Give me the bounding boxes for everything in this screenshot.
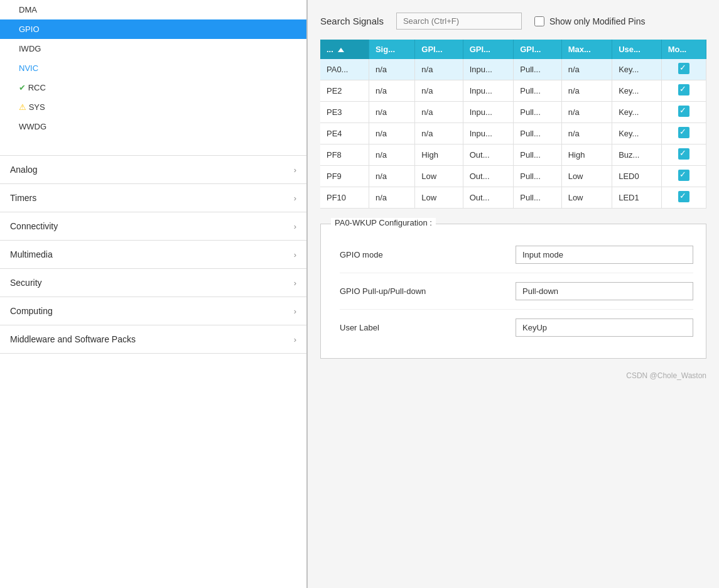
config-row-gpio-mode: GPIO modeInput mode <box>340 237 693 273</box>
chevron-right-icon: › <box>294 335 296 344</box>
chevron-right-icon: › <box>294 165 296 175</box>
sidebar-item-sys[interactable]: ⚠ SYS <box>0 97 306 117</box>
sidebar-section-analog[interactable]: Analog › <box>0 155 306 183</box>
signals-table: ... Sig... GPI... GPI... GPI... Max... U… <box>320 40 706 209</box>
search-input[interactable] <box>396 13 522 30</box>
checked-icon <box>678 84 689 95</box>
sidebar-item-dma[interactable]: DMA <box>0 0 306 19</box>
sidebar-section-computing[interactable]: Computing › <box>0 297 306 325</box>
config-legend: PA0-WKUP Configuration : <box>331 218 436 227</box>
table-header-max[interactable]: Max... <box>561 40 612 59</box>
chevron-right-icon: › <box>294 307 296 316</box>
table-header-gpi3[interactable]: GPI... <box>514 40 561 59</box>
chevron-right-icon: › <box>294 250 296 259</box>
sort-arrow-icon <box>338 48 344 52</box>
sidebar-item-wwdg[interactable]: WWDG <box>0 117 306 136</box>
table-row[interactable]: PF8n/aHighOut...Pull...HighBuz... <box>320 144 706 166</box>
config-value-gpio-pull[interactable]: Pull-down <box>516 282 693 300</box>
config-value-user-label[interactable]: KeyUp <box>516 318 693 337</box>
table-row[interactable]: PE3n/an/aInpu...Pull...n/aKey... <box>320 102 706 123</box>
sidebar-item-nvic[interactable]: NVIC <box>0 58 306 78</box>
sidebar-item-gpio[interactable]: GPIO <box>0 19 306 39</box>
sidebar-item-rcc[interactable]: ✔ RCC <box>0 78 306 97</box>
sidebar-item-iwdg[interactable]: IWDG <box>0 39 306 58</box>
table-header-gpi2[interactable]: GPI... <box>463 40 514 59</box>
chevron-right-icon: › <box>294 193 296 203</box>
sidebar-section-security[interactable]: Security › <box>0 268 306 297</box>
table-row[interactable]: PF9n/aLowOut...Pull...LowLED0 <box>320 166 706 187</box>
show-modified-label[interactable]: Show only Modified Pins <box>534 16 646 26</box>
sidebar-section-connectivity[interactable]: Connectivity › <box>0 212 306 240</box>
sidebar-section-timers[interactable]: Timers › <box>0 183 306 212</box>
table-header-mod[interactable]: Mo... <box>661 40 706 59</box>
table-header-gpi1[interactable]: GPI... <box>415 40 463 59</box>
table-header-pin[interactable]: ... <box>320 40 369 59</box>
config-value-gpio-mode[interactable]: Input mode <box>516 246 693 264</box>
chevron-right-icon: › <box>294 222 296 231</box>
config-section: PA0-WKUP Configuration : GPIO modeInput … <box>320 224 706 359</box>
search-area: Search Signals Show only Modified Pins <box>320 13 706 30</box>
checked-icon <box>678 106 689 117</box>
sidebar-section-middleware[interactable]: Middleware and Software Packs › <box>0 325 306 354</box>
config-label-gpio-pull: GPIO Pull-up/Pull-down <box>340 286 503 296</box>
footer: CSDN @Chole_Waston <box>320 369 706 383</box>
config-row-user-label: User LabelKeyUp <box>340 310 693 346</box>
check-icon: ✔ <box>19 83 28 92</box>
table-header-use[interactable]: Use... <box>612 40 661 59</box>
sidebar-section-multimedia[interactable]: Multimedia › <box>0 240 306 268</box>
config-row-gpio-pull: GPIO Pull-up/Pull-downPull-down <box>340 273 693 310</box>
table-header-sig[interactable]: Sig... <box>369 40 414 59</box>
show-modified-checkbox[interactable] <box>534 16 544 26</box>
warn-icon: ⚠ <box>19 102 29 112</box>
table-row[interactable]: PA0...n/an/aInpu...Pull...n/aKey... <box>320 59 706 80</box>
table-row[interactable]: PE4n/an/aInpu...Pull...n/aKey... <box>320 123 706 144</box>
config-label-user-label: User Label <box>340 323 503 332</box>
config-label-gpio-mode: GPIO mode <box>340 250 503 259</box>
table-row[interactable]: PF10n/aLowOut...Pull...LowLED1 <box>320 187 706 209</box>
table-row[interactable]: PE2n/an/aInpu...Pull...n/aKey... <box>320 80 706 102</box>
checked-icon <box>678 170 689 181</box>
checked-icon <box>678 63 689 74</box>
checked-icon <box>678 191 689 202</box>
search-signals-label: Search Signals <box>320 16 384 26</box>
sidebar: DMA GPIO IWDG NVIC ✔ RCC ⚠ SYS WWDG Anal… <box>0 0 308 588</box>
checked-icon <box>678 127 689 138</box>
main-content: Search Signals Show only Modified Pins .… <box>308 0 719 588</box>
checked-icon <box>678 148 689 160</box>
chevron-right-icon: › <box>294 278 296 288</box>
